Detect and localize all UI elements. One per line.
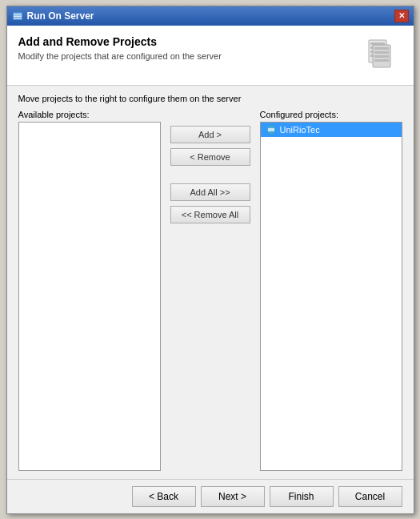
remove-button[interactable]: < Remove <box>170 148 250 166</box>
instruction-text: Move projects to the right to configure … <box>18 94 402 103</box>
finish-button[interactable]: Finish <box>270 486 334 507</box>
available-projects-list[interactable] <box>18 122 161 471</box>
next-button[interactable]: Next > <box>201 486 265 507</box>
svg-rect-12 <box>374 55 389 58</box>
available-projects-label: Available projects: <box>18 110 161 119</box>
header-text: Add and Remove Projects Modify the proje… <box>18 35 222 61</box>
add-button[interactable]: Add > <box>170 126 250 143</box>
configured-projects-label: Configured projects: <box>260 110 402 119</box>
server-icon <box>362 37 401 75</box>
project-name: UniRioTec <box>280 125 320 135</box>
svg-rect-10 <box>374 47 389 50</box>
panels-row: Available projects: Add > < Remove Add A… <box>18 110 402 471</box>
page-subtitle: Modify the projects that are configured … <box>18 51 222 61</box>
list-item[interactable]: UniRioTec <box>261 123 402 137</box>
title-bar-left: Run On Server <box>12 10 94 22</box>
add-all-button[interactable]: Add All >> <box>170 183 250 201</box>
svg-rect-15 <box>268 128 274 131</box>
back-button[interactable]: < Back <box>132 486 196 507</box>
cancel-button[interactable]: Cancel <box>338 486 402 507</box>
svg-rect-2 <box>14 15 22 17</box>
transfer-buttons: Add > < Remove Add All >> << Remove All <box>161 110 260 471</box>
page-title: Add and Remove Projects <box>18 35 222 48</box>
svg-rect-3 <box>14 18 22 19</box>
header-section: Add and Remove Projects Modify the proje… <box>7 26 414 86</box>
svg-rect-13 <box>374 59 389 62</box>
configured-projects-list[interactable]: UniRioTec <box>260 122 402 471</box>
footer: < Back Next > Finish Cancel <box>7 479 414 513</box>
svg-rect-1 <box>14 14 22 15</box>
close-button[interactable]: ✕ <box>394 10 409 22</box>
svg-rect-11 <box>374 51 389 54</box>
available-projects-panel: Available projects: <box>18 110 161 471</box>
title-bar-label: Run On Server <box>27 10 94 22</box>
title-bar: Run On Server ✕ <box>7 6 414 26</box>
main-window: Run On Server ✕ Add and Remove Projects … <box>6 6 414 514</box>
window-icon <box>12 10 23 22</box>
remove-all-button[interactable]: << Remove All <box>170 206 250 223</box>
configured-projects-panel: Configured projects: UniRioTec <box>260 110 402 471</box>
project-icon <box>266 124 277 135</box>
server-icon-container <box>361 35 402 77</box>
content-area: Move projects to the right to configure … <box>7 86 414 479</box>
